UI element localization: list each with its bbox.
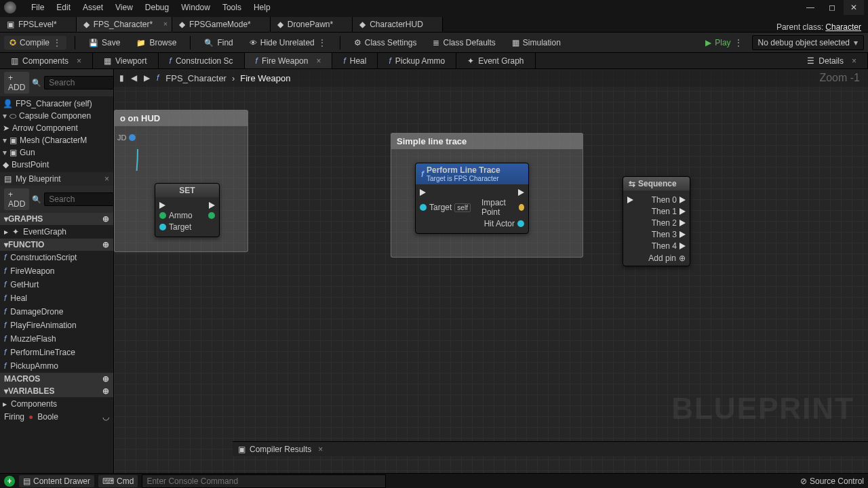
add-button[interactable]: + ADD — [4, 188, 29, 210]
save-button[interactable]: Save — [83, 36, 125, 49]
maximize-button[interactable]: ◻ — [822, 0, 842, 15]
tree-item[interactable]: 👤FPS_Character (self) — [0, 98, 113, 110]
bookmark-icon[interactable]: ▮ — [119, 73, 124, 83]
exec-in-pin[interactable] — [420, 189, 426, 196]
tab-fpslevel[interactable]: ▣FPSLevel* — [0, 17, 77, 32]
tab-fpsgamemode[interactable]: ◆FPSGameMode* — [172, 17, 271, 32]
close-icon[interactable]: × — [104, 174, 109, 184]
menu-debug[interactable]: Debug — [145, 3, 169, 12]
subtab-eventgraph[interactable]: ✦Event Graph — [456, 53, 535, 68]
minimize-button[interactable]: — — [800, 0, 821, 15]
section-graphs[interactable]: ▾ GRAPHS⊕ — [0, 213, 113, 225]
subtab-details[interactable]: ☰Details× — [796, 53, 868, 68]
tab-close-icon[interactable]: × — [163, 20, 167, 28]
section-macros[interactable]: MACROS⊕ — [0, 373, 113, 385]
simulation-button[interactable]: ▦Simulation — [507, 36, 566, 49]
tab-fps-character[interactable]: ◆FPS_Character*× — [77, 17, 172, 32]
add-content-button[interactable]: + — [4, 476, 15, 487]
variable-item[interactable]: Firing ● Boole ◡ — [0, 411, 113, 423]
chevron-down-icon[interactable]: ⋮ — [53, 38, 61, 47]
compiler-results-tab[interactable]: ▣ Compiler Results× — [233, 441, 868, 456]
nav-back-button[interactable]: ◀ — [131, 73, 137, 83]
exec-out-pin[interactable] — [679, 243, 686, 249]
exec-out-pin[interactable] — [679, 197, 686, 203]
class-settings-button[interactable]: Class Settings — [349, 36, 422, 49]
play-button[interactable]: ▶Play⋮ — [700, 36, 747, 49]
function-item[interactable]: fConstructionScript — [0, 251, 113, 264]
find-button[interactable]: Find — [199, 36, 238, 49]
content-drawer-button[interactable]: ▤Content Drawer — [19, 475, 94, 487]
menu-window[interactable]: Window — [181, 3, 210, 12]
function-item[interactable]: fPickupAmmo — [0, 359, 113, 373]
section-variables[interactable]: ▾ VARIABLES⊕ — [0, 385, 113, 397]
pin[interactable] — [420, 204, 427, 211]
node-set[interactable]: SET Ammo Target — [155, 183, 220, 237]
eye-icon[interactable]: ◡ — [102, 412, 109, 422]
tab-dronepawn[interactable]: ◆DronePawn* — [271, 17, 353, 32]
add-icon[interactable]: ⊕ — [102, 386, 109, 396]
console-input[interactable] — [142, 474, 386, 488]
comment-title[interactable]: o on HUD — [115, 110, 248, 127]
menu-tools[interactable]: Tools — [222, 3, 241, 12]
pin[interactable] — [159, 224, 166, 230]
add-icon[interactable]: ⊕ — [102, 240, 109, 249]
exec-out-pin[interactable] — [518, 189, 524, 196]
add-pin-button[interactable]: Add pin⊕ — [627, 253, 686, 263]
cmd-button[interactable]: ⌨Cmd — [98, 475, 138, 487]
nav-fwd-button[interactable]: ▶ — [144, 73, 150, 83]
subtab-components[interactable]: ▥Components× — [0, 53, 93, 68]
debug-object-select[interactable]: No debug object selected▾ — [752, 35, 864, 50]
function-item[interactable]: fFireWeapon — [0, 264, 113, 278]
graph-canvas[interactable]: ▮ ◀ ▶ f FPS_Character › Fire Weapon Zoom… — [114, 69, 868, 473]
myblueprint-header[interactable]: ▤My Blueprint× — [0, 172, 113, 186]
function-item[interactable]: fPerformLineTrace — [0, 346, 113, 359]
hide-unrelated-button[interactable]: Hide Unrelated⋮ — [244, 36, 332, 49]
tab-characterhud[interactable]: ◆CharacterHUD — [353, 17, 443, 32]
comment-title[interactable]: Simple line trace — [391, 134, 583, 150]
pin[interactable] — [159, 212, 166, 219]
function-item[interactable]: fHeal — [0, 291, 113, 305]
section-functions[interactable]: ▾ FUNCTIO⊕ — [0, 239, 113, 251]
tree-item[interactable]: ◆BurstPoint — [0, 159, 113, 171]
myblueprint-search-input[interactable] — [44, 192, 114, 206]
menu-asset[interactable]: Asset — [83, 3, 103, 12]
menu-file[interactable]: File — [31, 3, 44, 12]
close-icon[interactable]: × — [318, 445, 323, 454]
function-item[interactable]: fPlayFireAnimation — [0, 319, 113, 332]
exec-out-pin[interactable] — [679, 208, 686, 215]
subtab-heal[interactable]: fHeal — [332, 53, 378, 68]
tree-item[interactable]: ▾▣Mesh (CharacterM — [0, 134, 113, 146]
parent-class-link[interactable]: Character — [825, 22, 861, 32]
browse-button[interactable]: Browse — [131, 36, 182, 49]
add-icon[interactable]: ⊕ — [102, 374, 109, 384]
exec-out-pin[interactable] — [209, 202, 215, 209]
pin[interactable] — [517, 220, 524, 227]
exec-out-pin[interactable] — [679, 231, 686, 238]
tree-item[interactable]: ➤Arrow Component — [0, 122, 113, 134]
menu-edit[interactable]: Edit — [56, 3, 71, 12]
close-icon[interactable]: × — [77, 56, 81, 66]
close-icon[interactable]: × — [316, 56, 321, 66]
subtab-viewport[interactable]: ▦Viewport — [93, 53, 158, 68]
chevron-down-icon[interactable]: ⋮ — [734, 38, 743, 47]
subtab-fireweapon[interactable]: fFire Weapon× — [245, 53, 333, 68]
close-icon[interactable]: × — [852, 56, 856, 66]
exec-out-pin[interactable] — [679, 220, 686, 226]
add-component-button[interactable]: + ADD — [4, 72, 29, 94]
node-sequence[interactable]: ⇆Sequence Then 0 Then 1 Then 2 Then 3 Th… — [623, 176, 690, 266]
chevron-down-icon[interactable]: ⋮ — [318, 38, 326, 47]
close-button[interactable]: ✕ — [844, 0, 864, 15]
node-perform-line-trace[interactable]: f Perform Line TraceTarget is FPS Charac… — [415, 163, 529, 234]
components-search-input[interactable] — [44, 76, 114, 89]
menu-view[interactable]: View — [115, 3, 133, 12]
exec-in-pin[interactable] — [159, 202, 165, 209]
menu-help[interactable]: Help — [254, 3, 271, 12]
exec-in-pin[interactable] — [627, 197, 633, 203]
function-item[interactable]: fGetHurt — [0, 278, 113, 291]
function-item[interactable]: fMuzzleFlash — [0, 332, 113, 346]
graph-item[interactable]: ▸✦EventGraph — [0, 225, 113, 239]
crumb-parent[interactable]: FPS_Character — [165, 73, 226, 83]
add-icon[interactable]: ⊕ — [102, 214, 109, 224]
source-control-button[interactable]: ⊘Source Control — [800, 476, 864, 486]
subtab-pickupammo[interactable]: fPickup Ammo — [378, 53, 456, 68]
